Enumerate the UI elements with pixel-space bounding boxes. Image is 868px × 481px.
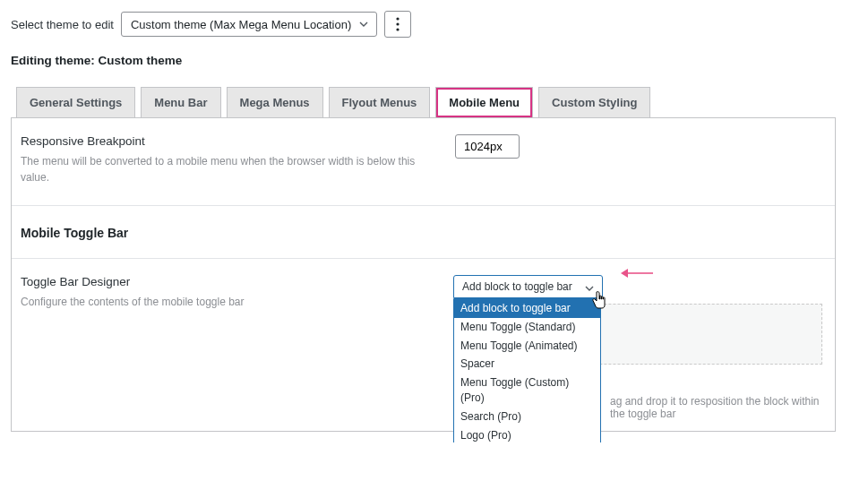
tab-mega-menus[interactable]: Mega Menus: [227, 87, 323, 118]
settings-panel: Responsive Breakpoint The menu will be c…: [11, 117, 836, 432]
cursor-pointer-icon: [591, 290, 607, 310]
chevron-down-icon: [358, 19, 369, 30]
designer-desc: Configure the contents of the mobile tog…: [21, 294, 448, 310]
editing-theme-name: Custom theme: [99, 54, 183, 67]
breakpoint-row: Responsive Breakpoint The menu will be c…: [12, 118, 835, 206]
dropdown-option[interactable]: Menu Toggle (Standard): [454, 318, 600, 337]
tab-general-settings[interactable]: General Settings: [16, 87, 135, 118]
svg-point-0: [397, 17, 400, 20]
editing-prefix: Editing theme:: [11, 54, 99, 67]
kebab-icon: [396, 17, 400, 31]
dropdown-option[interactable]: Add block to toggle bar: [454, 299, 600, 318]
drop-hint-text: ag and drop it to resposition the block …: [610, 395, 822, 420]
mobile-toggle-section-title: Mobile Toggle Bar: [21, 226, 826, 240]
svg-point-1: [397, 22, 400, 25]
dropdown-option[interactable]: Spacer: [454, 355, 600, 374]
tab-mobile-menu[interactable]: Mobile Menu: [435, 87, 533, 118]
designer-row: Toggle Bar Designer Configure the conten…: [12, 259, 835, 431]
dropdown-option[interactable]: Search (Pro): [454, 408, 600, 426]
select-theme-label: Select theme to edit: [11, 18, 114, 31]
breakpoint-title: Responsive Breakpoint: [21, 134, 428, 148]
kebab-menu-button[interactable]: [384, 11, 411, 38]
tab-custom-styling[interactable]: Custom Styling: [538, 87, 650, 118]
tab-flyout-menus[interactable]: Flyout Menus: [329, 87, 431, 118]
mobile-toggle-section: Mobile Toggle Bar: [12, 206, 835, 259]
designer-title: Toggle Bar Designer: [21, 275, 448, 288]
svg-point-2: [397, 28, 400, 30]
dropdown-option[interactable]: Menu Toggle (Animated): [454, 337, 600, 356]
breakpoint-input[interactable]: [455, 134, 520, 159]
tab-menu-bar[interactable]: Menu Bar: [141, 87, 220, 118]
theme-select-value: Custom theme (Max Mega Menu Location): [131, 18, 351, 31]
tabs: General Settings Menu Bar Mega Menus Fly…: [11, 87, 836, 118]
dropdown-option[interactable]: Menu Toggle (Custom) (Pro): [454, 374, 600, 408]
add-block-select[interactable]: Add block to toggle bar: [453, 275, 603, 298]
dropdown-option[interactable]: Logo (Pro): [454, 426, 600, 442]
add-block-dropdown: Add block to toggle bar Menu Toggle (Sta…: [453, 298, 601, 442]
add-block-select-value: Add block to toggle bar: [462, 280, 572, 293]
breakpoint-desc: The menu will be converted to a mobile m…: [21, 153, 428, 185]
arrow-annotation-icon: [619, 264, 655, 282]
theme-select[interactable]: Custom theme (Max Mega Menu Location): [121, 12, 377, 37]
